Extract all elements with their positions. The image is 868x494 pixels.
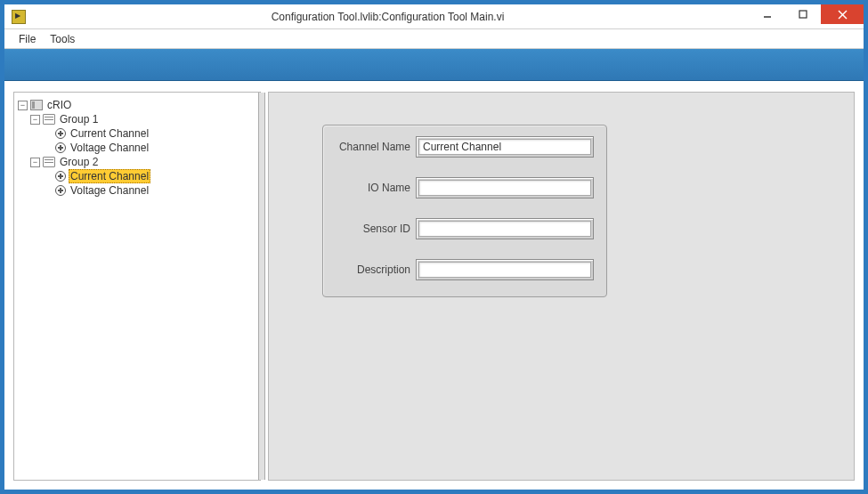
channel-icon xyxy=(55,142,66,153)
channel-icon xyxy=(55,171,66,182)
detail-panel: Channel Name IO Name Sensor ID xyxy=(268,92,855,481)
svg-rect-1 xyxy=(799,11,807,18)
titlebar: Configuration Tool.lvlib:Configuration T… xyxy=(4,4,864,29)
minimize-icon xyxy=(763,10,772,19)
form-row-channel-name: Channel Name xyxy=(336,136,594,158)
maximize-button[interactable] xyxy=(785,4,821,24)
device-icon xyxy=(30,100,43,110)
expander-icon[interactable]: − xyxy=(18,101,28,110)
tree-node-group1[interactable]: − Group 1 xyxy=(18,112,256,126)
io-name-input[interactable] xyxy=(418,180,591,196)
close-button[interactable] xyxy=(821,4,864,24)
channel-icon xyxy=(55,128,66,139)
description-input[interactable] xyxy=(418,262,591,278)
tree-label: Current Channel xyxy=(69,127,150,140)
sensor-id-label: Sensor ID xyxy=(336,223,416,235)
tree-node-group1-current[interactable]: Current Channel xyxy=(18,126,256,141)
tree-node-group2-voltage[interactable]: Voltage Channel xyxy=(18,183,256,198)
app-icon xyxy=(12,10,26,24)
expander-icon[interactable]: − xyxy=(30,115,40,125)
channel-icon xyxy=(55,185,66,196)
tree-node-group2-current[interactable]: Current Channel xyxy=(18,169,256,183)
menubar: File Tools xyxy=(4,29,864,49)
channel-name-label: Channel Name xyxy=(336,141,416,153)
maximize-icon xyxy=(799,10,807,19)
tree-label-selected: Current Channel xyxy=(69,169,150,183)
tree-panel[interactable]: − cRIO − Group 1 Current Channel Voltage… xyxy=(13,92,261,481)
input-frame xyxy=(416,259,594,280)
tree-label: Voltage Channel xyxy=(69,184,150,197)
tree-node-crio[interactable]: − cRIO xyxy=(18,98,256,112)
form-row-sensor-id: Sensor ID xyxy=(336,218,594,239)
form-row-io-name: IO Name xyxy=(336,177,594,198)
minimize-button[interactable] xyxy=(750,4,785,24)
description-label: Description xyxy=(336,263,416,276)
tree-node-group2[interactable]: − Group 2 xyxy=(18,155,256,169)
tree-label: Group 1 xyxy=(58,113,100,126)
menu-file[interactable]: File xyxy=(12,31,43,47)
input-frame xyxy=(416,136,594,158)
group-icon xyxy=(43,114,55,125)
window-controls xyxy=(750,4,864,28)
io-name-label: IO Name xyxy=(336,182,416,194)
group-icon xyxy=(43,157,55,167)
tree-label: Group 2 xyxy=(58,156,100,168)
app-window: Configuration Tool.lvlib:Configuration T… xyxy=(0,0,868,494)
tree-label: cRIO xyxy=(45,99,73,111)
tree-node-group1-voltage[interactable]: Voltage Channel xyxy=(18,141,256,155)
expander-icon[interactable]: − xyxy=(30,158,40,167)
channel-name-input[interactable] xyxy=(418,139,591,155)
menu-tools[interactable]: Tools xyxy=(43,31,82,47)
input-frame xyxy=(416,218,594,239)
input-frame xyxy=(416,177,594,198)
content-area: − cRIO − Group 1 Current Channel Voltage… xyxy=(4,81,864,490)
window-title: Configuration Tool.lvlib:Configuration T… xyxy=(26,11,750,23)
close-icon xyxy=(838,10,848,20)
tree-label: Voltage Channel xyxy=(69,142,150,154)
ribbon-strip xyxy=(4,49,864,81)
channel-form: Channel Name IO Name Sensor ID xyxy=(322,125,607,297)
sensor-id-input[interactable] xyxy=(418,221,591,237)
form-row-description: Description xyxy=(336,259,594,280)
